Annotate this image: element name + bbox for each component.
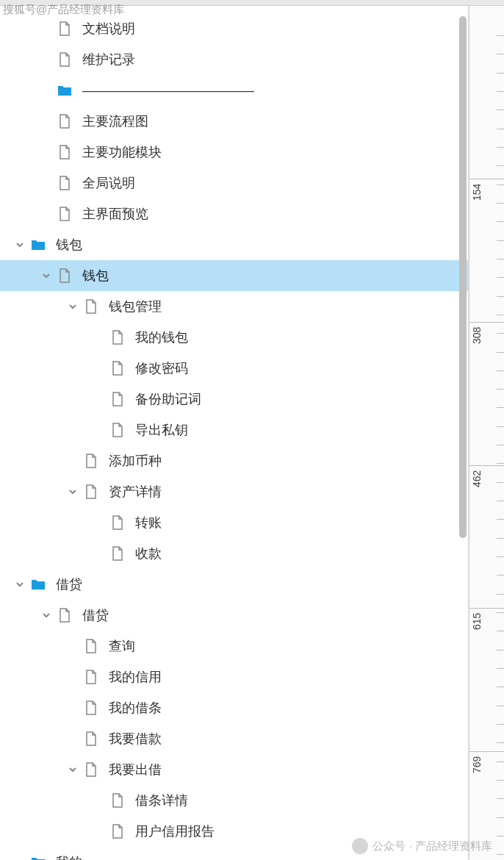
tree-item-label: 主界面预览 bbox=[82, 205, 453, 223]
tree-item-label: 全局说明 bbox=[82, 174, 453, 192]
ruler-minor-tick bbox=[497, 482, 504, 483]
tree-item[interactable]: 借贷 bbox=[0, 569, 468, 600]
chevron-down-icon[interactable] bbox=[40, 269, 53, 282]
tree-item-label: 我要出借 bbox=[109, 761, 453, 778]
ruler-minor-tick bbox=[497, 389, 504, 390]
ruler-minor-tick bbox=[497, 184, 504, 185]
tree-item-label: 我的 bbox=[56, 853, 453, 860]
tree-item[interactable]: 钱包 bbox=[0, 229, 468, 260]
tree-item[interactable]: 借贷 bbox=[0, 600, 468, 631]
chevron-down-icon[interactable] bbox=[66, 300, 79, 313]
ruler-minor-tick bbox=[497, 333, 504, 334]
scrollbar-thumb[interactable] bbox=[459, 16, 467, 538]
tree-item[interactable]: 钱包 bbox=[0, 260, 468, 291]
ruler-minor-tick bbox=[497, 54, 504, 54]
chevron-down-icon[interactable] bbox=[40, 609, 53, 622]
tree-item-label: 钱包 bbox=[56, 236, 453, 254]
tree-item[interactable]: 文档说明 bbox=[0, 13, 468, 44]
ruler-minor-tick bbox=[497, 259, 504, 259]
ruler-minor-tick bbox=[497, 445, 504, 445]
ruler-tick bbox=[469, 179, 504, 179]
tree-item[interactable]: 用户信用报告 bbox=[0, 816, 468, 847]
ruler-tick bbox=[469, 322, 504, 323]
document-icon bbox=[57, 145, 72, 160]
document-icon bbox=[84, 731, 98, 746]
ruler-minor-tick bbox=[497, 370, 504, 371]
chevron-down-icon[interactable] bbox=[13, 238, 26, 251]
tree-item-label: 我要借款 bbox=[109, 730, 453, 748]
tree-item[interactable]: 我的信用 bbox=[0, 662, 468, 692]
ruler-minor-tick bbox=[497, 780, 504, 781]
tree-item[interactable]: 主界面预览 bbox=[0, 198, 468, 229]
ruler-tick-label: 154 bbox=[471, 184, 483, 201]
tree-item[interactable]: 转账 bbox=[0, 507, 468, 538]
document-icon bbox=[110, 392, 125, 406]
chevron-down-icon[interactable] bbox=[13, 856, 26, 860]
document-icon bbox=[57, 608, 72, 623]
ruler-minor-tick bbox=[497, 463, 504, 464]
tree-item[interactable]: 我要出借 bbox=[0, 754, 468, 785]
ruler: 154308462615769 bbox=[469, 6, 504, 860]
tree-item[interactable]: 备份助记词 bbox=[0, 384, 468, 415]
ruler-minor-tick bbox=[497, 724, 504, 725]
ruler-minor-tick bbox=[497, 35, 504, 36]
tree-item-label: 我的借条 bbox=[109, 699, 453, 717]
document-icon bbox=[110, 423, 125, 437]
document-icon bbox=[84, 454, 98, 468]
tree-item[interactable]: ————————————— bbox=[0, 75, 468, 106]
tree-item[interactable]: 我的借条 bbox=[0, 692, 468, 723]
ruler-tick bbox=[469, 751, 504, 752]
tree-item-label: 修改密码 bbox=[135, 359, 453, 377]
tree-item[interactable]: 主要功能模块 bbox=[0, 137, 468, 168]
tree-item[interactable]: 资产详情 bbox=[0, 476, 468, 507]
tree-item-label: 借贷 bbox=[56, 576, 453, 593]
ruler-minor-tick bbox=[497, 687, 504, 687]
document-icon bbox=[110, 824, 125, 839]
chevron-down-icon[interactable] bbox=[66, 485, 79, 498]
document-icon bbox=[110, 515, 125, 530]
ruler-tick bbox=[469, 465, 504, 466]
tree-item[interactable]: 主要流程图 bbox=[0, 106, 468, 137]
document-icon bbox=[57, 207, 72, 221]
ruler-minor-tick bbox=[497, 594, 504, 595]
ruler-tick-label: 308 bbox=[471, 327, 483, 344]
tree-item[interactable]: 维护记录 bbox=[0, 44, 468, 75]
ruler-minor-tick bbox=[497, 73, 504, 74]
tree-item[interactable]: 我的 bbox=[0, 847, 468, 860]
document-icon bbox=[84, 299, 98, 314]
tree-item[interactable]: 全局说明 bbox=[0, 168, 468, 198]
tree-item[interactable]: 导出私钥 bbox=[0, 415, 468, 445]
tree-item[interactable]: 借条详情 bbox=[0, 785, 468, 816]
ruler-minor-tick bbox=[497, 221, 504, 222]
document-icon bbox=[57, 114, 72, 129]
tree-item-label: 用户信用报告 bbox=[135, 823, 453, 840]
document-icon bbox=[84, 762, 98, 777]
ruler-minor-tick bbox=[497, 538, 504, 539]
tree-item[interactable]: 添加币种 bbox=[0, 445, 468, 476]
ruler-minor-tick bbox=[497, 668, 504, 669]
tree-item[interactable]: 收款 bbox=[0, 538, 468, 569]
chevron-down-icon[interactable] bbox=[13, 578, 26, 591]
tree-item-label: ————————————— bbox=[82, 83, 453, 98]
tree-item[interactable]: 我要借款 bbox=[0, 723, 468, 754]
ruler-minor-tick bbox=[497, 742, 504, 743]
tree-item[interactable]: 修改密码 bbox=[0, 353, 468, 384]
document-icon bbox=[57, 268, 72, 283]
tree-item[interactable]: 查询 bbox=[0, 631, 468, 662]
tree-item-label: 维护记录 bbox=[82, 51, 453, 68]
ruler-minor-tick bbox=[497, 836, 504, 836]
tree-item[interactable]: 钱包管理 bbox=[0, 291, 468, 322]
ruler-tick-label: 615 bbox=[471, 612, 483, 629]
ruler-minor-tick bbox=[497, 110, 504, 110]
ruler-minor-tick bbox=[497, 296, 504, 297]
ruler-minor-tick bbox=[497, 240, 504, 241]
ruler-minor-tick bbox=[497, 706, 504, 706]
folder-icon bbox=[31, 237, 46, 252]
tree-item-label: 添加币种 bbox=[109, 452, 453, 470]
tree-item[interactable]: 我的钱包 bbox=[0, 322, 468, 353]
ruler-minor-tick bbox=[497, 631, 504, 631]
tree-item-label: 资产详情 bbox=[109, 483, 453, 501]
ruler-minor-tick bbox=[497, 203, 504, 204]
ruler-minor-tick bbox=[497, 147, 504, 148]
chevron-down-icon[interactable] bbox=[66, 763, 79, 776]
